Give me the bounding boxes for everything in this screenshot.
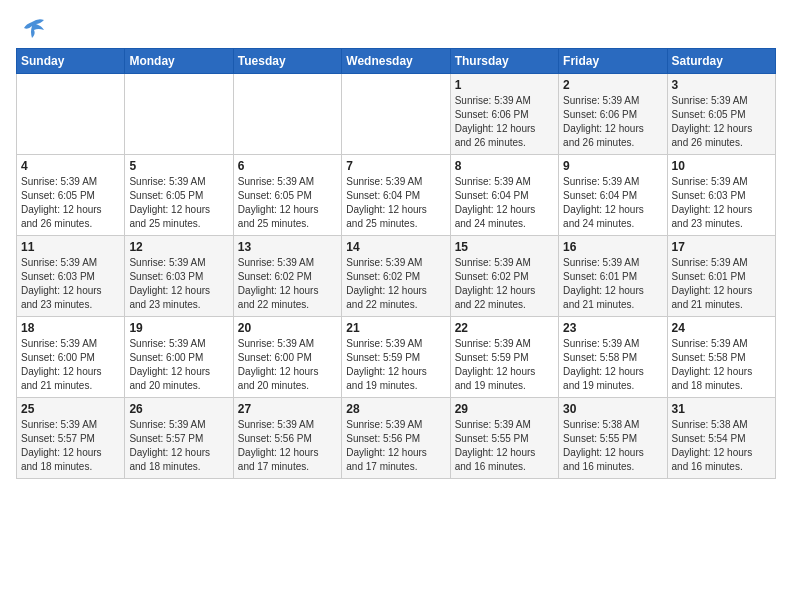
day-number: 2: [563, 78, 662, 92]
day-info: Sunrise: 5:39 AMSunset: 5:56 PMDaylight:…: [238, 418, 337, 474]
calendar-cell: 29Sunrise: 5:39 AMSunset: 5:55 PMDayligh…: [450, 398, 558, 479]
day-info: Sunrise: 5:39 AMSunset: 5:58 PMDaylight:…: [672, 337, 771, 393]
day-info: Sunrise: 5:39 AMSunset: 5:57 PMDaylight:…: [129, 418, 228, 474]
calendar-cell: 18Sunrise: 5:39 AMSunset: 6:00 PMDayligh…: [17, 317, 125, 398]
calendar-cell: 5Sunrise: 5:39 AMSunset: 6:05 PMDaylight…: [125, 155, 233, 236]
col-header-sunday: Sunday: [17, 49, 125, 74]
day-number: 28: [346, 402, 445, 416]
day-number: 1: [455, 78, 554, 92]
day-info: Sunrise: 5:39 AMSunset: 6:03 PMDaylight:…: [21, 256, 120, 312]
calendar-cell: 13Sunrise: 5:39 AMSunset: 6:02 PMDayligh…: [233, 236, 341, 317]
calendar-cell: 23Sunrise: 5:39 AMSunset: 5:58 PMDayligh…: [559, 317, 667, 398]
calendar-cell: 25Sunrise: 5:39 AMSunset: 5:57 PMDayligh…: [17, 398, 125, 479]
day-number: 10: [672, 159, 771, 173]
day-info: Sunrise: 5:39 AMSunset: 6:06 PMDaylight:…: [455, 94, 554, 150]
calendar-week-4: 18Sunrise: 5:39 AMSunset: 6:00 PMDayligh…: [17, 317, 776, 398]
day-number: 18: [21, 321, 120, 335]
day-info: Sunrise: 5:39 AMSunset: 6:04 PMDaylight:…: [563, 175, 662, 231]
day-info: Sunrise: 5:39 AMSunset: 6:00 PMDaylight:…: [21, 337, 120, 393]
day-info: Sunrise: 5:39 AMSunset: 6:03 PMDaylight:…: [129, 256, 228, 312]
logo: [16, 16, 46, 40]
day-number: 4: [21, 159, 120, 173]
col-header-wednesday: Wednesday: [342, 49, 450, 74]
calendar-week-1: 1Sunrise: 5:39 AMSunset: 6:06 PMDaylight…: [17, 74, 776, 155]
day-info: Sunrise: 5:39 AMSunset: 6:02 PMDaylight:…: [238, 256, 337, 312]
calendar-week-2: 4Sunrise: 5:39 AMSunset: 6:05 PMDaylight…: [17, 155, 776, 236]
day-number: 11: [21, 240, 120, 254]
day-number: 29: [455, 402, 554, 416]
day-info: Sunrise: 5:39 AMSunset: 6:03 PMDaylight:…: [672, 175, 771, 231]
day-info: Sunrise: 5:39 AMSunset: 6:01 PMDaylight:…: [672, 256, 771, 312]
calendar-cell: 15Sunrise: 5:39 AMSunset: 6:02 PMDayligh…: [450, 236, 558, 317]
day-number: 24: [672, 321, 771, 335]
calendar-week-3: 11Sunrise: 5:39 AMSunset: 6:03 PMDayligh…: [17, 236, 776, 317]
calendar-cell: [17, 74, 125, 155]
day-info: Sunrise: 5:39 AMSunset: 5:59 PMDaylight:…: [455, 337, 554, 393]
day-number: 27: [238, 402, 337, 416]
day-number: 16: [563, 240, 662, 254]
day-info: Sunrise: 5:39 AMSunset: 5:56 PMDaylight:…: [346, 418, 445, 474]
calendar-cell: 21Sunrise: 5:39 AMSunset: 5:59 PMDayligh…: [342, 317, 450, 398]
day-number: 14: [346, 240, 445, 254]
calendar-cell: 30Sunrise: 5:38 AMSunset: 5:55 PMDayligh…: [559, 398, 667, 479]
calendar-cell: 9Sunrise: 5:39 AMSunset: 6:04 PMDaylight…: [559, 155, 667, 236]
day-number: 26: [129, 402, 228, 416]
day-number: 5: [129, 159, 228, 173]
calendar-cell: 14Sunrise: 5:39 AMSunset: 6:02 PMDayligh…: [342, 236, 450, 317]
calendar-cell: 20Sunrise: 5:39 AMSunset: 6:00 PMDayligh…: [233, 317, 341, 398]
day-number: 22: [455, 321, 554, 335]
day-number: 25: [21, 402, 120, 416]
calendar-cell: [342, 74, 450, 155]
day-number: 21: [346, 321, 445, 335]
day-number: 23: [563, 321, 662, 335]
logo-bird-icon: [18, 16, 46, 44]
day-number: 30: [563, 402, 662, 416]
day-info: Sunrise: 5:39 AMSunset: 5:59 PMDaylight:…: [346, 337, 445, 393]
calendar-cell: 22Sunrise: 5:39 AMSunset: 5:59 PMDayligh…: [450, 317, 558, 398]
calendar-cell: 10Sunrise: 5:39 AMSunset: 6:03 PMDayligh…: [667, 155, 775, 236]
day-number: 15: [455, 240, 554, 254]
day-info: Sunrise: 5:39 AMSunset: 6:00 PMDaylight:…: [238, 337, 337, 393]
col-header-friday: Friday: [559, 49, 667, 74]
col-header-monday: Monday: [125, 49, 233, 74]
day-number: 3: [672, 78, 771, 92]
calendar-cell: 11Sunrise: 5:39 AMSunset: 6:03 PMDayligh…: [17, 236, 125, 317]
day-info: Sunrise: 5:39 AMSunset: 6:05 PMDaylight:…: [21, 175, 120, 231]
calendar-cell: 24Sunrise: 5:39 AMSunset: 5:58 PMDayligh…: [667, 317, 775, 398]
day-number: 17: [672, 240, 771, 254]
day-number: 8: [455, 159, 554, 173]
calendar-cell: 7Sunrise: 5:39 AMSunset: 6:04 PMDaylight…: [342, 155, 450, 236]
day-info: Sunrise: 5:39 AMSunset: 6:06 PMDaylight:…: [563, 94, 662, 150]
calendar-cell: 31Sunrise: 5:38 AMSunset: 5:54 PMDayligh…: [667, 398, 775, 479]
calendar-cell: 28Sunrise: 5:39 AMSunset: 5:56 PMDayligh…: [342, 398, 450, 479]
calendar-cell: 16Sunrise: 5:39 AMSunset: 6:01 PMDayligh…: [559, 236, 667, 317]
day-number: 12: [129, 240, 228, 254]
day-info: Sunrise: 5:39 AMSunset: 6:00 PMDaylight:…: [129, 337, 228, 393]
day-info: Sunrise: 5:39 AMSunset: 5:55 PMDaylight:…: [455, 418, 554, 474]
col-header-tuesday: Tuesday: [233, 49, 341, 74]
calendar-cell: 27Sunrise: 5:39 AMSunset: 5:56 PMDayligh…: [233, 398, 341, 479]
col-header-thursday: Thursday: [450, 49, 558, 74]
calendar-header-row: SundayMondayTuesdayWednesdayThursdayFrid…: [17, 49, 776, 74]
day-info: Sunrise: 5:38 AMSunset: 5:55 PMDaylight:…: [563, 418, 662, 474]
calendar-cell: 17Sunrise: 5:39 AMSunset: 6:01 PMDayligh…: [667, 236, 775, 317]
day-info: Sunrise: 5:39 AMSunset: 5:57 PMDaylight:…: [21, 418, 120, 474]
day-number: 6: [238, 159, 337, 173]
day-number: 31: [672, 402, 771, 416]
calendar-table: SundayMondayTuesdayWednesdayThursdayFrid…: [16, 48, 776, 479]
day-info: Sunrise: 5:39 AMSunset: 6:02 PMDaylight:…: [346, 256, 445, 312]
calendar-cell: 26Sunrise: 5:39 AMSunset: 5:57 PMDayligh…: [125, 398, 233, 479]
calendar-cell: [233, 74, 341, 155]
calendar-cell: [125, 74, 233, 155]
calendar-cell: 12Sunrise: 5:39 AMSunset: 6:03 PMDayligh…: [125, 236, 233, 317]
calendar-cell: 19Sunrise: 5:39 AMSunset: 6:00 PMDayligh…: [125, 317, 233, 398]
day-number: 13: [238, 240, 337, 254]
calendar-cell: 3Sunrise: 5:39 AMSunset: 6:05 PMDaylight…: [667, 74, 775, 155]
day-info: Sunrise: 5:39 AMSunset: 6:04 PMDaylight:…: [346, 175, 445, 231]
calendar-cell: 6Sunrise: 5:39 AMSunset: 6:05 PMDaylight…: [233, 155, 341, 236]
day-info: Sunrise: 5:39 AMSunset: 6:05 PMDaylight:…: [238, 175, 337, 231]
day-info: Sunrise: 5:38 AMSunset: 5:54 PMDaylight:…: [672, 418, 771, 474]
calendar-cell: 4Sunrise: 5:39 AMSunset: 6:05 PMDaylight…: [17, 155, 125, 236]
col-header-saturday: Saturday: [667, 49, 775, 74]
calendar-week-5: 25Sunrise: 5:39 AMSunset: 5:57 PMDayligh…: [17, 398, 776, 479]
